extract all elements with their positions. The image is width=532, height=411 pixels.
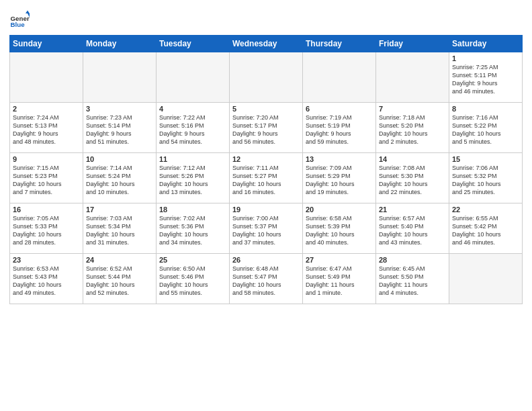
calendar-cell: 19Sunrise: 7:00 AM Sunset: 5:37 PM Dayli… — [230, 203, 303, 254]
calendar-cell: 23Sunrise: 6:53 AM Sunset: 5:43 PM Dayli… — [10, 254, 83, 304]
day-number: 14 — [379, 155, 446, 163]
weekday-friday: Friday — [376, 36, 449, 52]
page: General Blue SundayMondayTuesdayWednesda… — [0, 0, 532, 411]
week-row-5: 23Sunrise: 6:53 AM Sunset: 5:43 PM Dayli… — [10, 254, 523, 304]
calendar-cell: 16Sunrise: 7:05 AM Sunset: 5:33 PM Dayli… — [10, 203, 83, 254]
calendar-cell — [303, 52, 376, 103]
weekday-sunday: Sunday — [10, 36, 83, 52]
day-info: Sunrise: 6:45 AM Sunset: 5:50 PM Dayligh… — [379, 265, 446, 298]
calendar-cell: 3Sunrise: 7:23 AM Sunset: 5:14 PM Daylig… — [83, 103, 157, 153]
day-number: 3 — [86, 105, 153, 113]
day-info: Sunrise: 6:58 AM Sunset: 5:39 PM Dayligh… — [306, 214, 373, 247]
calendar-cell: 24Sunrise: 6:52 AM Sunset: 5:44 PM Dayli… — [83, 254, 157, 304]
calendar-cell: 27Sunrise: 6:47 AM Sunset: 5:49 PM Dayli… — [303, 254, 376, 304]
day-info: Sunrise: 7:20 AM Sunset: 5:17 PM Dayligh… — [232, 113, 300, 146]
calendar-cell: 9Sunrise: 7:15 AM Sunset: 5:23 PM Daylig… — [10, 153, 83, 203]
day-info: Sunrise: 6:52 AM Sunset: 5:44 PM Dayligh… — [86, 265, 153, 298]
weekday-tuesday: Tuesday — [157, 36, 230, 52]
week-row-4: 16Sunrise: 7:05 AM Sunset: 5:33 PM Dayli… — [10, 203, 523, 254]
day-info: Sunrise: 7:03 AM Sunset: 5:34 PM Dayligh… — [86, 214, 153, 247]
calendar-cell: 1Sunrise: 7:25 AM Sunset: 5:11 PM Daylig… — [449, 52, 523, 103]
calendar-cell — [449, 254, 523, 304]
calendar-cell — [230, 52, 303, 103]
day-number: 4 — [159, 105, 226, 113]
svg-marker-2 — [26, 11, 30, 14]
calendar-cell: 13Sunrise: 7:09 AM Sunset: 5:29 PM Dayli… — [303, 153, 376, 203]
day-number: 27 — [306, 256, 373, 264]
day-number: 17 — [86, 205, 153, 214]
day-number: 24 — [86, 256, 153, 264]
logo: General Blue — [9, 9, 31, 30]
day-number: 21 — [379, 205, 446, 214]
calendar-cell — [83, 52, 157, 103]
day-info: Sunrise: 6:55 AM Sunset: 5:42 PM Dayligh… — [452, 214, 519, 247]
day-info: Sunrise: 7:12 AM Sunset: 5:26 PM Dayligh… — [159, 164, 226, 197]
calendar-cell: 28Sunrise: 6:45 AM Sunset: 5:50 PM Dayli… — [376, 254, 449, 304]
day-info: Sunrise: 7:24 AM Sunset: 5:13 PM Dayligh… — [13, 113, 80, 146]
calendar-cell — [10, 52, 83, 103]
day-info: Sunrise: 6:57 AM Sunset: 5:40 PM Dayligh… — [379, 214, 446, 247]
day-number: 16 — [13, 205, 80, 214]
day-number: 19 — [232, 205, 300, 214]
day-info: Sunrise: 6:50 AM Sunset: 5:46 PM Dayligh… — [159, 265, 226, 298]
day-number: 6 — [306, 105, 373, 113]
day-number: 18 — [159, 205, 226, 214]
calendar-cell — [157, 52, 230, 103]
day-number: 22 — [452, 205, 519, 214]
calendar-cell: 10Sunrise: 7:14 AM Sunset: 5:24 PM Dayli… — [83, 153, 157, 203]
day-info: Sunrise: 7:16 AM Sunset: 5:22 PM Dayligh… — [452, 113, 519, 146]
day-info: Sunrise: 6:53 AM Sunset: 5:43 PM Dayligh… — [13, 265, 80, 298]
day-info: Sunrise: 7:06 AM Sunset: 5:32 PM Dayligh… — [452, 164, 519, 197]
calendar-cell — [376, 52, 449, 103]
week-row-3: 9Sunrise: 7:15 AM Sunset: 5:23 PM Daylig… — [10, 153, 523, 203]
calendar-cell: 17Sunrise: 7:03 AM Sunset: 5:34 PM Dayli… — [83, 203, 157, 254]
day-number: 12 — [232, 155, 300, 163]
day-number: 9 — [13, 155, 80, 163]
weekday-wednesday: Wednesday — [230, 36, 303, 52]
weekday-thursday: Thursday — [303, 36, 376, 52]
day-number: 15 — [452, 155, 519, 163]
calendar-cell: 6Sunrise: 7:19 AM Sunset: 5:19 PM Daylig… — [303, 103, 376, 153]
calendar-cell: 21Sunrise: 6:57 AM Sunset: 5:40 PM Dayli… — [376, 203, 449, 254]
logo-icon: General Blue — [9, 9, 30, 30]
day-info: Sunrise: 7:19 AM Sunset: 5:19 PM Dayligh… — [306, 113, 373, 146]
week-row-1: 1Sunrise: 7:25 AM Sunset: 5:11 PM Daylig… — [10, 52, 523, 103]
day-number: 28 — [379, 256, 446, 264]
svg-text:Blue: Blue — [11, 21, 26, 28]
day-number: 1 — [452, 54, 519, 62]
day-number: 5 — [232, 105, 300, 113]
day-number: 25 — [159, 256, 226, 264]
calendar-cell: 15Sunrise: 7:06 AM Sunset: 5:32 PM Dayli… — [449, 153, 523, 203]
day-info: Sunrise: 7:25 AM Sunset: 5:11 PM Dayligh… — [452, 63, 519, 96]
weekday-saturday: Saturday — [449, 36, 523, 52]
calendar-cell: 26Sunrise: 6:48 AM Sunset: 5:47 PM Dayli… — [230, 254, 303, 304]
header: General Blue — [9, 7, 523, 30]
weekday-monday: Monday — [83, 36, 157, 52]
day-number: 10 — [86, 155, 153, 163]
calendar-table: SundayMondayTuesdayWednesdayThursdayFrid… — [9, 35, 523, 304]
calendar-cell: 4Sunrise: 7:22 AM Sunset: 5:16 PM Daylig… — [157, 103, 230, 153]
calendar-cell: 12Sunrise: 7:11 AM Sunset: 5:27 PM Dayli… — [230, 153, 303, 203]
day-info: Sunrise: 7:22 AM Sunset: 5:16 PM Dayligh… — [159, 113, 226, 146]
calendar-cell: 7Sunrise: 7:18 AM Sunset: 5:20 PM Daylig… — [376, 103, 449, 153]
day-info: Sunrise: 7:15 AM Sunset: 5:23 PM Dayligh… — [13, 164, 80, 197]
calendar-cell: 22Sunrise: 6:55 AM Sunset: 5:42 PM Dayli… — [449, 203, 523, 254]
day-info: Sunrise: 7:23 AM Sunset: 5:14 PM Dayligh… — [86, 113, 153, 146]
day-info: Sunrise: 7:11 AM Sunset: 5:27 PM Dayligh… — [232, 164, 300, 197]
weekday-header-row: SundayMondayTuesdayWednesdayThursdayFrid… — [10, 36, 523, 52]
day-info: Sunrise: 7:18 AM Sunset: 5:20 PM Dayligh… — [379, 113, 446, 146]
day-number: 23 — [13, 256, 80, 264]
day-info: Sunrise: 7:02 AM Sunset: 5:36 PM Dayligh… — [159, 214, 226, 247]
day-number: 20 — [306, 205, 373, 214]
day-number: 8 — [452, 105, 519, 113]
day-info: Sunrise: 6:48 AM Sunset: 5:47 PM Dayligh… — [232, 265, 300, 298]
day-info: Sunrise: 7:00 AM Sunset: 5:37 PM Dayligh… — [232, 214, 300, 247]
day-number: 11 — [159, 155, 226, 163]
day-number: 2 — [13, 105, 80, 113]
calendar-cell: 8Sunrise: 7:16 AM Sunset: 5:22 PM Daylig… — [449, 103, 523, 153]
day-info: Sunrise: 7:09 AM Sunset: 5:29 PM Dayligh… — [306, 164, 373, 197]
day-info: Sunrise: 7:14 AM Sunset: 5:24 PM Dayligh… — [86, 164, 153, 197]
day-number: 13 — [306, 155, 373, 163]
day-number: 26 — [232, 256, 300, 264]
day-info: Sunrise: 6:47 AM Sunset: 5:49 PM Dayligh… — [306, 265, 373, 298]
